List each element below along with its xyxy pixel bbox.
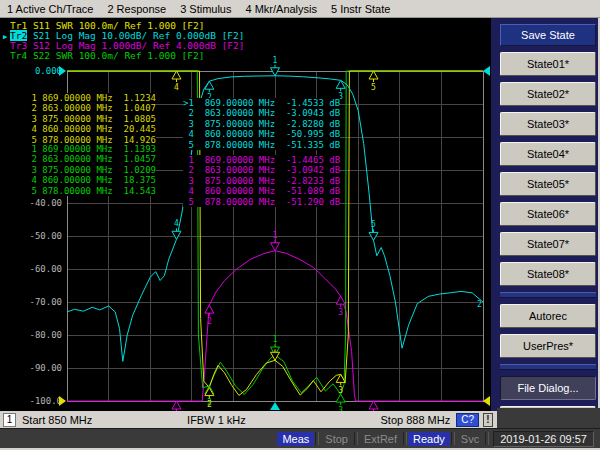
softkey-separator [500,292,596,298]
status-stop: Stop [320,432,353,446]
softkey-userpres[interactable]: UserPres* [500,334,596,358]
statusbar-divider [315,432,319,445]
status-svc: Svc [456,432,484,446]
marker-tr2-3 [336,80,345,88]
menu-item-3[interactable]: 3 Stimulus [173,2,238,16]
softkey-autorec[interactable]: Autorec [500,304,596,328]
ifbw-label: IFBW 1 kHz [187,414,246,426]
y-axis-tick-label: -40.00 [29,198,62,208]
trace-format: S22 SWR 100.0m/ Ref 1.000 [F2] [27,50,204,61]
softkey-state01[interactable]: State01* [500,52,596,76]
y-axis-tick-label: -60.00 [29,264,62,274]
softkey-state02[interactable]: State02* [500,82,596,106]
menu-item-1[interactable]: 1 Active Ch/Trace [0,2,100,16]
softkey-list: State01*State02*State03*State04*State05*… [500,52,596,436]
statusbar-divider [451,432,455,445]
statusbar-divider [485,432,489,445]
status-ready: Ready [408,432,450,446]
corner-fill [497,408,600,428]
tr4-markers: 1 869.00000 MHz 1.1393 2 863.00000 MHz 1… [26,144,156,196]
channel-status-bar: 1 Start 850 MHz IFBW 1 kHz Stop 888 MHz … [0,411,497,428]
marker-tr1-3-label: 3 [338,386,343,395]
statusbar-divider [354,432,358,445]
marker-tr4-1-label: 1 [273,335,278,344]
softkey-state05[interactable]: State05* [500,172,596,196]
ref-level-arrow [483,66,490,76]
plot-svg: 0.000-10.00-20.00-30.00-40.00-50.00-60.0… [0,18,491,411]
marker-tr2-1 [271,68,280,76]
y-axis-tick-label: 0.000 [35,66,62,76]
ref-level-arrow [483,396,490,406]
menu-item-4[interactable]: 4 Mkr/Analysis [238,2,324,16]
correction-badge: C? [456,413,479,427]
tr2-markers: >1 869.00000 MHz -1.4533 dB 2 863.00000 … [183,98,340,150]
marker-tr3-2-label: 2 [207,317,212,326]
marker-tr2-4 [172,231,181,239]
softkey-state06[interactable]: State06* [500,202,596,226]
softkey-state04[interactable]: State04* [500,142,596,166]
softkey-state03[interactable]: State03* [500,112,596,136]
marker-tr1-5-label: 5 [371,83,376,92]
tr3-markers: 1 869.00000 MHz -1.4465 dB 2 863.00000 M… [183,155,340,207]
marker-tr1-2-label: 2 [207,400,212,409]
menu-bar: 1 Active Ch/Trace2 Response3 Stimulus4 M… [0,0,600,18]
legend-row-tr4[interactable]: Tr4 S22 SWR 100.0m/ Ref 1.000 [F2] [3,51,204,61]
stop-frequency-label: Stop 888 MHz [381,414,451,426]
y-axis-tick-label: -100.0 [29,396,62,406]
channel-number: 1 [3,413,16,427]
marker-tr2-1-label: 1 [273,56,278,65]
y-axis-tick-label: -70.00 [29,297,62,307]
marker-tr3-4 [172,401,181,409]
softkey-separator [500,364,596,370]
marker-tr3-1-label: 1 [273,231,278,240]
marker-tr1-4-label: 4 [174,83,179,92]
tr1-markers: 1 869.00000 MHz 1.1234 2 863.00000 MHz 1… [26,93,156,145]
marker-tr1-5 [369,71,378,79]
softkey-menu-title: Save State [500,24,596,46]
menu-item-2[interactable]: 2 Response [100,2,173,16]
ref-level-arrow [59,66,66,76]
ref-level-arrow [59,396,66,406]
active-marker-indicator [270,402,280,410]
vna-screen: 1 Active Ch/Trace2 Response3 Stimulus4 M… [0,0,600,450]
warning-badge: ! [483,413,493,427]
marker-tr1-4 [172,71,181,79]
datetime-display: 2019-01-26 09:57 [493,431,594,447]
softkey-sidebar: Save State State01*State02*State03*State… [491,18,598,411]
trace-id: Tr4 [10,50,27,61]
instrument-status-bar: MeasStopExtRefReadySvc 2019-01-26 09:57 [0,428,600,448]
statusbar-divider [403,432,407,445]
softkey-state07[interactable]: State07* [500,232,596,256]
marker-tr2-5-label: 5 [371,220,376,229]
softkey-file-dialog[interactable]: File Dialog... [500,376,596,400]
trace-end-label: 2 [477,300,482,309]
y-axis-tick-label: -50.00 [29,231,62,241]
marker-tr3-5 [369,401,378,409]
marker-tr3-3-label: 3 [338,308,343,317]
marker-tr3-1 [271,243,280,251]
marker-tr1-1 [271,352,280,360]
marker-tr3-3 [336,296,345,304]
marker-tr2-4-label: 4 [174,219,179,228]
y-axis-tick-label: -90.00 [29,363,62,373]
softkey-state08[interactable]: State08* [500,262,596,286]
measurement-display: 0.000-10.00-20.00-30.00-40.00-50.00-60.0… [0,18,491,411]
status-extref: ExtRef [359,432,402,446]
start-frequency-label: Start 850 MHz [22,414,92,426]
marker-tr3-2 [205,305,214,313]
menu-item-5[interactable]: 5 Instr State [324,2,397,16]
status-meas: Meas [277,432,314,446]
y-axis-tick-label: -80.00 [29,330,62,340]
